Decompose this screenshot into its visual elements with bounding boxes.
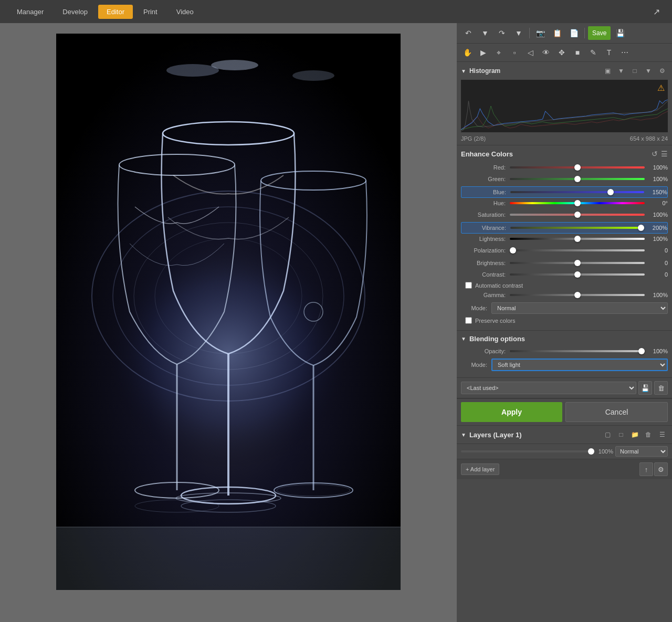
- preset-delete-btn[interactable]: 🗑: [654, 381, 668, 395]
- layers-section: ▼ Layers (Layer 1) ▢ □ 📁 🗑 ☰ 100%: [457, 425, 672, 479]
- nav-item-editor[interactable]: Editor: [98, 5, 133, 19]
- layers-title: Layers (Layer 1): [469, 431, 522, 439]
- polarization-thumb[interactable]: [510, 247, 516, 254]
- layer-opacity-thumb[interactable]: [588, 448, 594, 455]
- save-button[interactable]: Save: [588, 26, 611, 40]
- blue-thumb[interactable]: [607, 189, 614, 195]
- enhance-icons: ↺ ☰: [652, 150, 668, 158]
- layer-action-btn1[interactable]: ↑: [639, 462, 653, 476]
- stamp-tool[interactable]: ■: [570, 46, 585, 59]
- histogram-header[interactable]: ▼ Histogram ▣ ▼ □ ▼ ⚙: [457, 62, 672, 80]
- green-value: 100%: [648, 176, 668, 182]
- vibrance-track-container: [510, 224, 644, 232]
- top-nav: Manager Develop Editor Print Video ↗: [0, 0, 672, 23]
- lightness-label: Lightness:: [461, 236, 506, 242]
- histogram-section: ▼ Histogram ▣ ▼ □ ▼ ⚙ ⚠: [457, 62, 672, 145]
- redo-dropdown[interactable]: ▼: [511, 26, 526, 40]
- brightness-thumb[interactable]: [574, 260, 581, 266]
- folder-layer-icon[interactable]: 📁: [629, 429, 640, 440]
- histogram-icon-1[interactable]: ▣: [602, 65, 613, 77]
- enhance-colors-header: Enhance Colors ↺ ☰: [461, 150, 668, 158]
- paste-button[interactable]: 📄: [566, 26, 581, 40]
- nav-item-manager[interactable]: Manager: [8, 5, 52, 19]
- dimensions: 654 x 988 x 24: [630, 135, 668, 142]
- vibrance-thumb[interactable]: [638, 225, 644, 231]
- blending-mode-row: Mode: Normal Dissolve Multiply Screen Ov…: [461, 359, 668, 371]
- delete-layer-icon[interactable]: 🗑: [643, 429, 654, 440]
- hue-thumb[interactable]: [574, 200, 581, 206]
- apply-button[interactable]: Apply: [461, 402, 562, 422]
- gamma-thumb[interactable]: [574, 292, 581, 298]
- auto-contrast-checkbox[interactable]: [465, 282, 472, 289]
- copy-button[interactable]: 📋: [550, 26, 564, 40]
- new-layer-icon[interactable]: ▢: [602, 429, 613, 440]
- hue-track: [510, 202, 645, 204]
- nav-item-video[interactable]: Video: [168, 5, 202, 19]
- histogram-settings[interactable]: ⚙: [656, 65, 668, 77]
- histogram-info: JPG (2/8) 654 x 988 x 24: [457, 134, 672, 145]
- layer-action-btn2[interactable]: ⚙: [654, 462, 668, 476]
- histogram-dropdown2[interactable]: ▼: [643, 65, 654, 77]
- save-dropdown[interactable]: 💾: [613, 26, 627, 40]
- move-tool[interactable]: ✥: [554, 46, 569, 59]
- text-tool[interactable]: T: [602, 46, 616, 59]
- mode-select[interactable]: Normal Multiply Screen Overlay: [491, 302, 668, 314]
- lasso-tool[interactable]: ⌖: [491, 46, 506, 59]
- preset-row: <Last used> 💾 🗑: [457, 377, 672, 398]
- histogram-canvas: ⚠: [461, 80, 668, 132]
- opacity-thumb[interactable]: [638, 348, 645, 354]
- image-button[interactable]: 📷: [533, 26, 548, 40]
- reset-icon[interactable]: ↺: [652, 150, 658, 158]
- histogram-icons: ▣ ▼ □ ▼ ⚙: [602, 65, 668, 77]
- histogram-title: Histogram: [469, 67, 602, 75]
- external-link-icon[interactable]: ↗: [649, 4, 664, 19]
- hand-tool[interactable]: ✋: [460, 46, 475, 59]
- undo-button[interactable]: ↶: [461, 26, 476, 40]
- layers-icons: ▢ □ 📁 🗑 ☰: [602, 429, 668, 440]
- select-tool[interactable]: ▶: [476, 46, 490, 59]
- lightness-value: 100%: [648, 236, 668, 242]
- add-layer-button[interactable]: + Add layer: [461, 463, 499, 475]
- lightness-thumb[interactable]: [574, 236, 581, 242]
- magic-wand[interactable]: ◁: [523, 46, 538, 59]
- redo-button[interactable]: ↷: [495, 26, 509, 40]
- hue-value: 0°: [648, 200, 668, 206]
- brush-tool[interactable]: ✎: [586, 46, 601, 59]
- lightness-track-container: [510, 235, 645, 243]
- gamma-track: [510, 294, 645, 296]
- blending-mode-select[interactable]: Normal Dissolve Multiply Screen Overlay …: [491, 359, 668, 371]
- saturation-thumb[interactable]: [574, 212, 581, 218]
- red-thumb[interactable]: [574, 164, 581, 171]
- enhance-colors-section: Enhance Colors ↺ ☰ Red: 100% Green:: [457, 145, 672, 330]
- canvas-area: [0, 23, 457, 622]
- blending-title: Blending options: [469, 335, 525, 343]
- add-layer-row: + Add layer ↑ ⚙: [457, 459, 672, 479]
- menu-icon[interactable]: ☰: [661, 150, 668, 158]
- nav-item-develop[interactable]: Develop: [54, 5, 96, 19]
- preserve-colors-checkbox[interactable]: [465, 317, 472, 324]
- histogram-dropdown[interactable]: ▼: [615, 65, 627, 77]
- nav-item-print[interactable]: Print: [135, 5, 166, 19]
- green-thumb[interactable]: [574, 176, 581, 182]
- green-slider-row: Green: 100%: [461, 175, 668, 183]
- layers-menu-icon[interactable]: ☰: [656, 429, 668, 440]
- duplicate-layer-icon[interactable]: □: [615, 429, 627, 440]
- cancel-button[interactable]: Cancel: [565, 402, 668, 422]
- saturation-slider-row: Saturation: 100%: [461, 210, 668, 219]
- contrast-thumb[interactable]: [574, 271, 581, 278]
- blue-label: Blue:: [461, 189, 506, 195]
- preset-select[interactable]: <Last used>: [461, 382, 636, 394]
- more-tools[interactable]: ⋯: [617, 46, 632, 59]
- blue-value: 150%: [647, 189, 667, 195]
- eye-tool[interactable]: 👁: [539, 46, 553, 59]
- polygon-tool[interactable]: ▫: [507, 46, 522, 59]
- histogram-rect[interactable]: □: [629, 65, 640, 77]
- polarization-track-container: [510, 246, 645, 255]
- undo-dropdown[interactable]: ▼: [478, 26, 492, 40]
- opacity-label: Opacity:: [461, 348, 506, 354]
- preset-save-btn[interactable]: 💾: [638, 381, 652, 395]
- action-buttons: Apply Cancel: [457, 398, 672, 425]
- layer-mode-select[interactable]: Normal Multiply Screen Overlay: [615, 446, 668, 457]
- hue-track-container: [510, 199, 645, 207]
- green-label: Green:: [461, 176, 506, 182]
